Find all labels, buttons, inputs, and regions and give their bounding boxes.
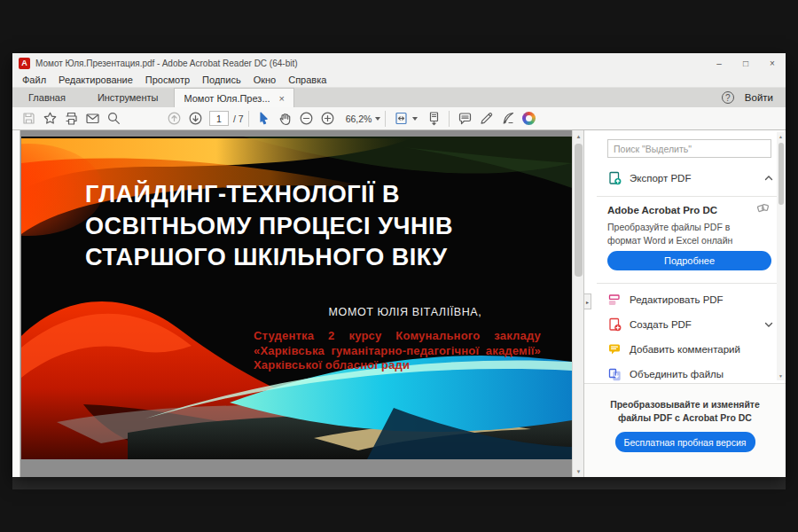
panel-footer: Преобразовывайте и изменяйте файлы PDF с… xyxy=(584,383,786,477)
add-comment-icon xyxy=(607,342,622,356)
adobe-acrobat-icon: A xyxy=(19,58,30,69)
tool-label: Добавить комментарий xyxy=(630,344,740,355)
content-area: ГЛАЙДИНГ-ТЕХНОЛОГІЇ В ОСВІТНЬОМУ ПРОЦЕСІ… xyxy=(12,130,786,477)
chevron-up-icon[interactable] xyxy=(764,170,773,186)
export-pdf-label: Экспорт PDF xyxy=(630,173,691,184)
create-pdf-icon xyxy=(607,317,622,332)
panel-collapse-handle[interactable]: ▸ xyxy=(583,293,591,309)
previous-page-button[interactable] xyxy=(163,109,184,129)
magnifier-icon xyxy=(106,111,121,126)
acrobat-window: A Момот Юля.Презентация.pdf - Adobe Acro… xyxy=(12,53,786,477)
export-pdf-icon xyxy=(607,171,622,185)
toolbar-divider xyxy=(449,111,450,127)
tab-close-icon[interactable]: × xyxy=(279,93,285,104)
menu-bar: Файл Редактирование Просмотр Подпись Окн… xyxy=(12,73,786,88)
page-number-input[interactable] xyxy=(209,111,229,126)
window-controls: – □ × xyxy=(706,53,786,73)
document-canvas[interactable]: ГЛАЙДИНГ-ТЕХНОЛОГІЇ В ОСВІТНЬОМУ ПРОЦЕСІ… xyxy=(20,130,572,477)
menu-help[interactable]: Справка xyxy=(282,74,332,85)
toolbar-divider xyxy=(385,111,386,127)
tool-label: Редактировать PDF xyxy=(630,294,724,305)
menu-window[interactable]: Окно xyxy=(247,74,283,85)
slide-author: МОМОТ ЮЛІЯ ВІТАЛІЇВНА, xyxy=(303,306,507,318)
sign-button[interactable] xyxy=(497,109,518,129)
hand-icon xyxy=(278,111,293,126)
zoom-level-value: 66,2% xyxy=(346,113,372,124)
document-scrollbar[interactable]: ▲ ▼ xyxy=(572,130,583,477)
save-icon xyxy=(21,111,36,126)
tab-document[interactable]: Момот Юля.През... × xyxy=(174,88,294,107)
plus-circle-icon xyxy=(320,111,335,126)
pdf-page[interactable]: ГЛАЙДИНГ-ТЕХНОЛОГІЇ В ОСВІТНЬОМУ ПРОЦЕСІ… xyxy=(21,137,572,459)
tab-bar: Главная Инструменты Момот Юля.През... × … xyxy=(12,88,786,107)
slide-affiliation: Студентка 2 курсу Комунального закладу «… xyxy=(254,329,541,373)
minimize-button[interactable]: – xyxy=(706,53,732,73)
footer-promo-text: Преобразовывайте и изменяйте файлы PDF с… xyxy=(600,398,770,424)
print-button[interactable] xyxy=(60,109,82,129)
tool-item-create-pdf[interactable]: Создать PDF xyxy=(607,314,773,335)
save-button[interactable] xyxy=(18,109,39,129)
tool-item-edit-pdf[interactable]: Редактировать PDF xyxy=(607,289,773,310)
menu-edit[interactable]: Редактирование xyxy=(52,74,139,85)
cursor-icon xyxy=(256,111,271,126)
panel-scroll-up-icon[interactable]: ▲ xyxy=(777,132,785,141)
chevron-down-icon[interactable] xyxy=(764,317,773,332)
fit-dropdown-caret[interactable] xyxy=(412,117,418,121)
tab-home[interactable]: Главная xyxy=(12,88,82,107)
tool-item-add-comment[interactable]: Добавить комментарий xyxy=(607,339,773,360)
favorites-button[interactable] xyxy=(39,109,60,129)
comment-tool-button[interactable] xyxy=(454,109,475,129)
scroll-mode-icon xyxy=(426,111,442,126)
free-trial-button[interactable]: Бесплатная пробная версия xyxy=(615,432,755,452)
learn-more-button[interactable]: Подробнее xyxy=(607,251,771,270)
minus-circle-icon xyxy=(299,111,314,126)
zoom-in-button[interactable] xyxy=(317,109,339,129)
menu-view[interactable]: Просмотр xyxy=(139,74,196,85)
maximize-button[interactable]: □ xyxy=(732,53,759,73)
tool-label: Объединить файлы xyxy=(630,369,724,379)
toolbar-divider xyxy=(248,111,249,127)
panel-scroll-down-icon[interactable]: ▼ xyxy=(777,372,785,380)
tab-document-label: Момот Юля.През... xyxy=(184,93,270,104)
left-nav-strip[interactable] xyxy=(12,130,20,477)
pro-dc-icon xyxy=(755,201,770,215)
tool-item-combine-files[interactable]: Объединить файлы xyxy=(607,364,773,385)
page-down-icon xyxy=(188,111,203,126)
panel-scrollbar[interactable]: ▲ ▼ xyxy=(777,132,785,380)
tools-panel: ▸ Экспорт PDF Adobe Acrobat Pro DC П xyxy=(583,130,786,477)
fill-sign-button[interactable] xyxy=(475,109,497,129)
menu-sign[interactable]: Подпись xyxy=(196,74,247,85)
scroll-mode-button[interactable] xyxy=(423,109,444,129)
tab-tools[interactable]: Инструменты xyxy=(82,88,175,107)
quill-icon xyxy=(500,111,515,126)
zoom-out-button[interactable] xyxy=(296,109,317,129)
promo-body: Преобразуйте файлы PDF в формат Word и E… xyxy=(607,221,766,247)
email-button[interactable] xyxy=(82,109,103,129)
hand-tool-button[interactable] xyxy=(275,109,296,129)
tools-search-input[interactable] xyxy=(607,139,771,158)
zoom-dropdown-caret[interactable] xyxy=(375,117,380,121)
panel-scrollbar-thumb[interactable] xyxy=(778,143,784,205)
next-page-button[interactable] xyxy=(184,109,206,129)
select-tool-button[interactable] xyxy=(254,109,275,129)
search-button[interactable] xyxy=(103,109,124,129)
page-total-label: / 7 xyxy=(233,113,244,124)
close-button[interactable]: × xyxy=(759,53,786,73)
comment-icon xyxy=(458,111,473,126)
star-icon xyxy=(43,111,58,126)
slide-title: ГЛАЙДИНГ-ТЕХНОЛОГІЇ В ОСВІТНЬОМУ ПРОЦЕСІ… xyxy=(85,179,525,274)
main-toolbar: / 7 66,2% xyxy=(12,107,786,130)
scrollbar-thumb[interactable] xyxy=(575,144,583,277)
menu-file[interactable]: Файл xyxy=(16,74,52,85)
fit-page-icon xyxy=(394,111,409,126)
export-pdf-section[interactable]: Экспорт PDF xyxy=(607,168,773,189)
fit-page-button[interactable] xyxy=(390,109,411,129)
envelope-icon xyxy=(85,111,100,126)
window-title: Момот Юля.Презентация.pdf - Adobe Acroba… xyxy=(35,59,298,68)
sign-in-link[interactable]: Войти xyxy=(745,92,773,103)
printer-icon xyxy=(64,111,79,126)
title-bar: A Момот Юля.Презентация.pdf - Adobe Acro… xyxy=(12,53,786,73)
help-icon[interactable]: ? xyxy=(722,91,734,104)
panel-divider xyxy=(597,283,777,284)
share-button[interactable] xyxy=(518,109,539,129)
